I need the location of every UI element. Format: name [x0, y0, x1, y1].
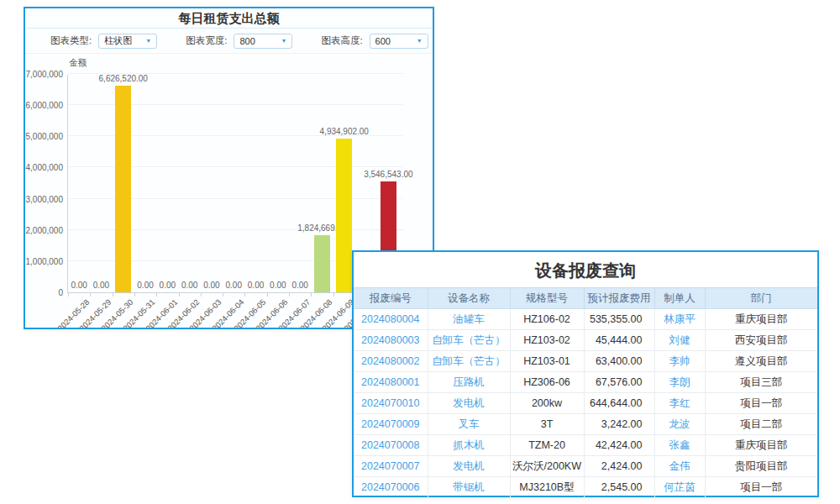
bar-value-label: 4,934,902.00 [298, 127, 391, 136]
table-cell: 2,424.00 [584, 456, 654, 477]
table-cell: 67,576.00 [584, 372, 654, 393]
table-cell: MJ3210B型 [510, 477, 584, 498]
y-axis-tick-label: 5,000,000 [24, 132, 63, 141]
scrap-id-link[interactable]: 2024070010 [361, 397, 420, 409]
table-row: 2024070007发电机沃尔沃/200KW2,424.00金伟贵阳项目部 [354, 456, 817, 477]
column-header-1: 设备名称 [428, 288, 510, 309]
table-cell: 重庆项目部 [705, 309, 817, 330]
table-cell: 项目二部 [705, 414, 817, 435]
creator-link[interactable]: 何芷茵 [664, 481, 696, 493]
equipment-name-link[interactable]: 自卸车（芒古） [432, 334, 506, 346]
scrap-id-link[interactable]: 2024070009 [361, 418, 420, 430]
x-axis-tick [267, 293, 268, 297]
table-body: 2024080004油罐车HZ106-02535,355.00林康平重庆项目部2… [354, 309, 817, 498]
table-cell: 李红 [654, 393, 705, 414]
table-row: 2024070006带锯机MJ3210B型2,545.00何芷茵项目一部 [354, 477, 817, 498]
x-axis-tick [156, 293, 157, 297]
table-cell: 压路机 [428, 372, 510, 393]
table-cell: 何芷茵 [654, 477, 705, 498]
chevron-down-icon: ▼ [417, 38, 423, 44]
table-cell: 发电机 [428, 456, 510, 477]
chart-height-label: 图表高度: [321, 34, 362, 47]
table-cell: HZ306-06 [510, 372, 584, 393]
table-cell: 3,242.00 [584, 414, 654, 435]
scrap-id-link[interactable]: 2024080003 [361, 334, 420, 346]
x-axis-tick [179, 293, 180, 297]
table-cell: 2024070008 [354, 435, 428, 456]
bar-value-label: 3,546,543.00 [342, 170, 434, 179]
x-axis-tick [113, 293, 113, 297]
chart-width-value: 800 [239, 36, 255, 46]
creator-link[interactable]: 刘健 [669, 334, 690, 346]
x-axis-tick [201, 293, 202, 297]
creator-link[interactable]: 张鑫 [669, 439, 690, 451]
table-cell: 3T [510, 414, 584, 435]
table-cell: 644,644.00 [584, 393, 654, 414]
bar [336, 139, 352, 292]
equipment-name-link[interactable]: 发电机 [453, 397, 485, 409]
chart-panel-title: 每日租赁支出总额 [25, 8, 433, 29]
table-cell: 西安项目部 [705, 330, 817, 351]
equipment-name-link[interactable]: 发电机 [453, 460, 485, 472]
y-axis-tick-label: 6,000,000 [24, 101, 63, 110]
equipment-name-link[interactable]: 压路机 [453, 376, 485, 388]
chart-controls: 图表类型: 柱状图 ▼ 图表宽度: 800 ▼ 图表高度: 600 ▼ [25, 29, 433, 54]
table-cell: 叉车 [428, 414, 510, 435]
table-cell: 2024070010 [354, 393, 428, 414]
table-title: 设备报废查询 [354, 252, 817, 287]
table-cell: 2024070009 [354, 414, 428, 435]
y-axis-tick-label: 3,000,000 [24, 195, 63, 204]
table-row: 2024070009叉车3T3,242.00龙波项目二部 [354, 414, 817, 435]
equipment-name-link[interactable]: 叉车 [459, 418, 480, 430]
column-header-0: 报废编号 [354, 288, 428, 309]
table-cell: 带锯机 [428, 477, 510, 498]
table-cell: 李帅 [654, 351, 705, 372]
table-cell: 抓木机 [428, 435, 510, 456]
creator-link[interactable]: 林康平 [664, 313, 696, 325]
chart-type-control: 图表类型: 柱状图 ▼ [50, 34, 157, 49]
table-cell: 刘健 [654, 330, 705, 351]
scrap-id-link[interactable]: 2024070008 [361, 439, 420, 451]
table-row: 2024070008抓木机TZM-2042,424.00张鑫重庆项目部 [354, 435, 817, 456]
scrap-id-link[interactable]: 2024070006 [361, 481, 420, 493]
table-cell: 项目一部 [705, 393, 817, 414]
table-cell: 42,424.00 [584, 435, 654, 456]
table-cell: 2024070007 [354, 456, 428, 477]
chart-height-select[interactable]: 600 ▼ [370, 34, 428, 49]
table-row: 2024080004油罐车HZ106-02535,355.00林康平重庆项目部 [354, 309, 817, 330]
equipment-scrap-query-panel: 设备报废查询 报废编号设备名称规格型号预计报废费用制单人部门 202408000… [352, 250, 819, 497]
scrap-id-link[interactable]: 2024080001 [361, 376, 420, 388]
equipment-name-link[interactable]: 自卸车（芒古） [432, 355, 506, 367]
creator-link[interactable]: 李红 [669, 397, 690, 409]
equipment-name-link[interactable]: 抓木机 [453, 439, 485, 451]
table-cell: 2024080001 [354, 372, 428, 393]
column-header-4: 制单人 [654, 288, 705, 309]
column-header-2: 规格型号 [510, 288, 584, 309]
table-cell: 林康平 [654, 309, 705, 330]
creator-link[interactable]: 龙波 [669, 418, 690, 430]
scrap-id-link[interactable]: 2024080002 [361, 355, 420, 367]
table-cell: 2,545.00 [584, 477, 654, 498]
equipment-name-link[interactable]: 带锯机 [453, 481, 485, 493]
equipment-name-link[interactable]: 油罐车 [453, 313, 485, 325]
table-cell: 自卸车（芒古） [428, 330, 510, 351]
table-cell: 金伟 [654, 456, 705, 477]
table-cell: HZ103-02 [510, 330, 584, 351]
chart-type-select[interactable]: 柱状图 ▼ [98, 34, 157, 49]
x-axis-tick [223, 293, 223, 297]
table-row: 2024080003自卸车（芒古）HZ103-0245,444.00刘健西安项目… [354, 330, 817, 351]
scrap-id-link[interactable]: 2024080004 [361, 313, 420, 325]
creator-link[interactable]: 李帅 [669, 355, 690, 367]
scrap-id-link[interactable]: 2024070007 [361, 460, 420, 472]
x-axis-tick [289, 293, 290, 297]
x-axis-tick [244, 293, 245, 297]
creator-link[interactable]: 金伟 [669, 460, 690, 472]
column-header-5: 部门 [705, 288, 817, 309]
table-cell: 自卸车（芒古） [428, 351, 510, 372]
chart-width-select[interactable]: 800 ▼ [234, 34, 292, 49]
chart-width-control: 图表宽度: 800 ▼ [186, 34, 292, 49]
table-cell: 项目一部 [705, 477, 817, 498]
creator-link[interactable]: 李朗 [669, 376, 690, 388]
chart-height-control: 图表高度: 600 ▼ [321, 34, 428, 49]
chart-type-value: 柱状图 [104, 34, 132, 47]
